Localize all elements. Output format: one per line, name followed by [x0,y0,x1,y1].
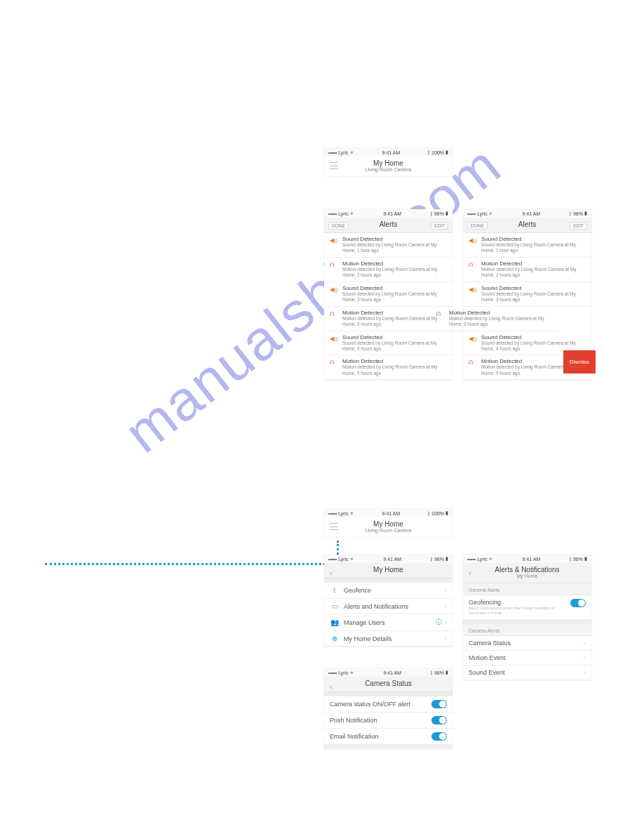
alert-item[interactable]: ᕬ Motion Detected Motion detected by Liv… [431,307,559,331]
carrier: ••••• Lyric [328,150,349,155]
info-icon[interactable]: ⓘ [436,618,442,627]
row-geofencing[interactable]: Geofencing Send notifications when the h… [463,595,591,620]
settings-row[interactable]: ⟟ Geofence › [324,583,452,599]
alert-desc: Sound detected by Living Room Camera at … [481,242,586,254]
batt: 98% [434,557,444,562]
camera-status-title: Camera Status [324,680,452,687]
battery-icon: ▮ [445,670,448,675]
alert-item[interactable]: ◀)) Sound Detected Sound detected by Liv… [463,282,591,307]
screen-camera-status: ••••• Lyric ᯤ 9:41 AM ᛒ98% ▮ ‹ Camera St… [324,668,452,749]
dismiss-button[interactable]: Dismiss [563,350,596,373]
alert-title: Sound Detected [481,236,586,242]
edit-button[interactable]: EDIT [570,222,587,230]
bt-icon: ᛒ [427,511,430,516]
bt-icon: ᛒ [430,557,433,562]
alert-title: Sound Detected [481,334,586,340]
toggle-geofencing[interactable] [570,599,586,607]
alert-item[interactable]: ᕬ Motion Detected Motion detected by Liv… [463,258,591,282]
toggle[interactable] [431,732,447,741]
wifi-icon: ᯤ [350,150,355,155]
geo-desc: Send notifications when the house is emp… [469,606,570,616]
menu-icon[interactable] [330,523,338,530]
wifi-icon: ᯤ [350,670,355,675]
carrier: ••••• Lyric [467,557,488,562]
alert-item[interactable]: ◀)) Sound Detected Sound detected by Liv… [324,331,452,356]
status-bar: ••••• Lyric ᯤ 9:41 AM ᛒ100% ▮ [324,148,452,157]
battery-icon: ▮ [445,211,448,216]
bt-icon: ᛒ [430,211,433,216]
alert-desc: Sound detected by Living Room Camera at … [342,242,447,254]
chevron-right-icon: › [445,635,447,642]
an-row[interactable]: Motion Event › [463,651,591,666]
battery-icon: ▮ [584,211,587,216]
geo-label: Geofencing [469,599,570,606]
camstatus-row[interactable]: Push Notification [324,713,452,729]
settings-row[interactable]: 👥 Manage Users ⓘ› [324,614,452,631]
settings-list: ⟟ Geofence › ▭ Alerts and Notifications … [324,583,452,647]
row-icon: ▭ [330,602,340,610]
an-title: Alerts & Notifications [463,566,591,574]
bt-icon: ᛒ [569,557,572,562]
sound-icon: ◀)) [469,285,477,303]
motion-icon: ᕬ [330,310,338,328]
battery-icon: ▮ [445,510,448,516]
chevron-right-icon: › [584,669,586,676]
settings-row[interactable]: ▭ Alerts and Notifications › [324,599,452,614]
alert-item[interactable]: ◀)) Sound Detected Sound detected by Liv… [463,233,591,258]
chevron-right-icon: › [584,640,586,647]
an-sub: My Home [463,574,591,578]
status-time: 9:41 AM [523,211,541,216]
alert-item[interactable]: ◀)) Sound Detected Sound detected by Liv… [324,282,452,307]
camstatus-row[interactable]: Camera status ON/OFF alert [324,696,452,713]
done-button[interactable]: DONE [328,222,349,230]
row-label: Push Notification [330,717,431,724]
carrier: ••••• Lyric [467,211,488,216]
settings-title: My Home [324,566,452,574]
batt: 100% [431,511,444,516]
motion-icon: ᕬ [436,310,445,328]
an-row[interactable]: Sound Event › [463,666,591,680]
alert-desc: Sound detected by Living Room Camera at … [481,291,586,303]
nav-sub: Living Room Camera [324,167,452,172]
motion-icon: ᕬ [330,260,338,279]
nav-title: My Home [324,520,452,528]
back-icon[interactable]: ‹ [469,569,471,577]
bt-icon: ᛒ [569,211,572,216]
alert-title: Motion Detected [481,260,586,267]
chevron-right-icon: › [445,619,447,626]
an-row[interactable]: Camera Status › [463,636,591,651]
done-button[interactable]: DONE [467,222,488,230]
bt-icon: ᛒ [430,670,433,675]
alert-desc: Motion detected by Living Room Camera at… [342,267,447,279]
edit-button[interactable]: EDIT [431,222,448,230]
battery-icon: ▮ [445,150,448,155]
battery-icon: ▮ [445,556,448,562]
nav-sub: Living Room Camera [324,528,452,533]
menu-icon[interactable] [330,162,338,169]
row-label: Motion Event [469,654,584,661]
row-label: Manage Users [344,619,436,626]
status-time: 9:41 AM [382,150,401,155]
alert-item[interactable]: ᕬ Motion Detected Motion detected by Liv… [324,258,452,282]
toggle[interactable] [431,716,447,724]
settings-row[interactable]: ⊕ My Home Details › [324,631,452,647]
alert-title: Motion Detected [342,260,447,267]
back-icon[interactable]: ‹ [330,682,333,691]
row-icon: ⟟ [330,586,340,595]
wifi-icon: ᯤ [350,211,355,216]
alert-item[interactable]: ᕬ Motion Detected Motion detected by Liv… [324,355,452,380]
chevron-right-icon: › [445,587,447,594]
camstatus-row[interactable]: Email Notification [324,729,452,745]
batt: 100% [431,150,444,155]
connector-h [45,563,338,565]
sound-icon: ◀)) [469,236,477,254]
sound-icon: ◀)) [330,334,338,352]
toggle[interactable] [431,700,447,708]
screen-alerts-notifications: ••••• Lyric ᯤ 9:41 AM ᛒ98% ▮ ‹ Alerts & … [463,555,591,680]
alert-desc: Motion detected by Living Room Camera at… [449,316,554,328]
status-bar: ••••• Lyric ᯤ 9:41 AM ᛒ98% ▮ [324,209,452,218]
screen-home-mid: ••••• Lyric ᯤ 9:41 AM ᛒ100% ▮ My Home Li… [324,509,452,537]
alert-item[interactable]: ◀)) Sound Detected Sound detected by Liv… [324,233,452,258]
batt: 98% [573,211,583,216]
back-icon[interactable]: ‹ [330,569,333,577]
